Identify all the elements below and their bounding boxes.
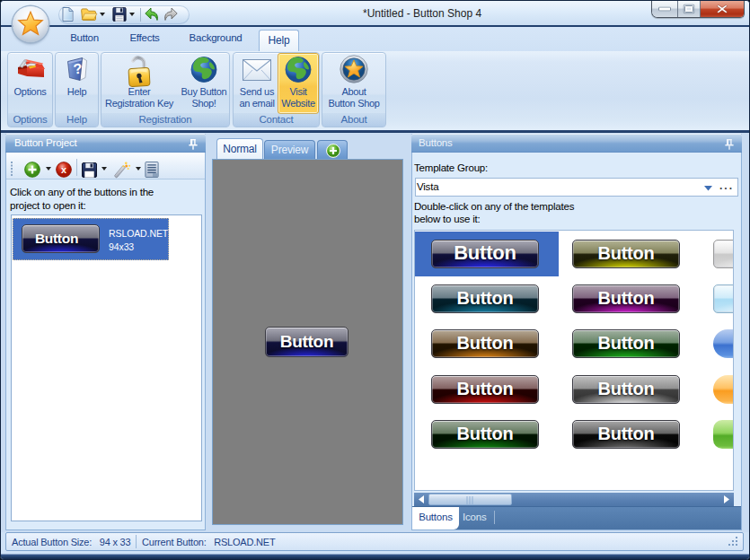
svg-text:?: ? [72,61,82,77]
svg-text:x: x [61,164,66,175]
